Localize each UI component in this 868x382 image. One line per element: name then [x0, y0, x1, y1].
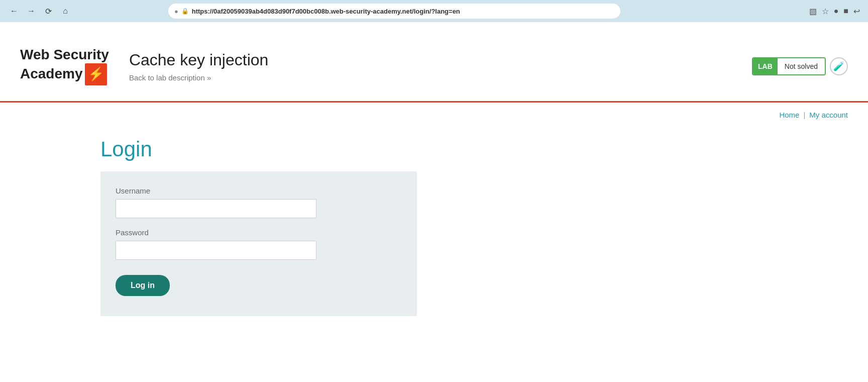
- lab-badge: LAB Not solved: [752, 57, 826, 75]
- shield-icon: ●: [174, 8, 178, 15]
- lab-info: Cache key injection Back to lab descript…: [129, 51, 268, 82]
- password-label: Password: [116, 228, 402, 237]
- logo-line1: Web Security: [20, 47, 109, 62]
- header-right: LAB Not solved 🧪: [752, 57, 848, 75]
- login-container: Login Username Password Log in: [0, 127, 868, 326]
- home-link[interactable]: Home: [779, 111, 799, 119]
- password-group: Password: [116, 228, 402, 260]
- browser-chrome: ← → ⟳ ⌂ ● 🔒 https://0af20059039ab4d083d9…: [0, 0, 868, 22]
- address-bar[interactable]: ● 🔒 https://0af20059039ab4d083d90f7d00bc…: [168, 4, 620, 19]
- login-form-box: Username Password Log in: [100, 171, 417, 316]
- username-input[interactable]: [116, 199, 316, 218]
- nav-separator: |: [803, 111, 805, 119]
- login-form: Username Password Log in: [116, 186, 402, 296]
- url-suffix: /login/?lang=en: [412, 8, 460, 15]
- url-bold: web-security-academy.net: [331, 8, 412, 15]
- lab-title: Cache key injection: [129, 51, 268, 69]
- username-group: Username: [116, 186, 402, 218]
- logo-line2: Academy: [20, 66, 83, 81]
- login-button[interactable]: Log in: [116, 275, 170, 296]
- logo-text: Web Security Academy⚡: [20, 47, 109, 85]
- menu-icon[interactable]: ↩: [853, 7, 860, 16]
- my-account-link[interactable]: My account: [809, 111, 848, 119]
- forward-button[interactable]: →: [25, 5, 37, 17]
- extensions-icon[interactable]: ■: [843, 7, 848, 16]
- username-label: Username: [116, 186, 402, 195]
- browser-actions: ▧ ☆ ● ■ ↩: [809, 7, 860, 16]
- url-text: https://0af20059039ab4d083d90f7d00bc008b…: [192, 8, 614, 15]
- lab-label: LAB: [753, 58, 778, 74]
- home-button[interactable]: ⌂: [59, 5, 71, 17]
- star-icon[interactable]: ☆: [822, 7, 829, 16]
- logo: Web Security Academy⚡: [20, 47, 109, 85]
- qr-icon[interactable]: ▧: [809, 7, 817, 16]
- profile-icon[interactable]: ●: [834, 7, 839, 16]
- back-button[interactable]: ←: [8, 5, 20, 17]
- not-solved-label: Not solved: [778, 58, 825, 74]
- header-left: Web Security Academy⚡ Cache key injectio…: [20, 47, 268, 85]
- flask-button[interactable]: 🧪: [830, 57, 848, 75]
- page-nav: Home | My account: [0, 103, 868, 127]
- login-title: Login: [100, 137, 768, 161]
- logo-icon: ⚡: [85, 63, 107, 85]
- lock-icon: 🔒: [181, 8, 189, 15]
- reload-button[interactable]: ⟳: [42, 5, 54, 17]
- url-prefix: https://0af20059039ab4d083d90f7d00bc008b…: [192, 8, 331, 15]
- site-header: Web Security Academy⚡ Cache key injectio…: [0, 22, 868, 103]
- back-to-lab-link[interactable]: Back to lab description »: [129, 73, 268, 82]
- password-input[interactable]: [116, 241, 316, 260]
